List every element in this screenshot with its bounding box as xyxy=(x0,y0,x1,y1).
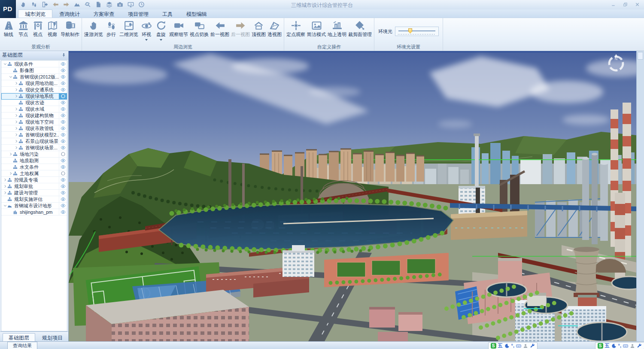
expand-icon[interactable] xyxy=(8,172,13,175)
panel-tab-base-layers[interactable]: 基础图层 xyxy=(3,333,35,341)
tree-node[interactable]: 首钢现状模型2... xyxy=(1,132,67,138)
visibility-eye-icon[interactable] xyxy=(59,119,67,125)
walk-footprints-icon[interactable] xyxy=(30,1,38,8)
visibility-partial-icon[interactable] xyxy=(59,151,67,157)
tree-node[interactable]: 规划审批 xyxy=(1,183,67,190)
zoom-inspect-icon[interactable] xyxy=(84,1,91,8)
hover-circle-button[interactable]: 盘旋 xyxy=(154,19,168,41)
visibility-eye-icon[interactable] xyxy=(59,80,67,86)
visibility-eye-icon[interactable] xyxy=(59,190,67,196)
tab-project-management[interactable]: 项目管理 xyxy=(121,9,155,18)
expand-icon[interactable] xyxy=(3,191,7,194)
tree-node[interactable]: 现状绿地系统 xyxy=(1,93,67,100)
layers-stack-icon[interactable] xyxy=(106,1,113,8)
roam-browse-button[interactable]: 漫游浏览 xyxy=(83,19,104,38)
tree-node[interactable]: 首钢城市设计地形 xyxy=(1,203,67,209)
perspective-view-button[interactable]: 透视图 xyxy=(267,19,283,38)
next-view-button[interactable]: 后一视图 xyxy=(230,19,251,38)
settings-wrench-icon[interactable] xyxy=(530,343,535,349)
cn-en-moon-icon[interactable] xyxy=(611,343,617,349)
tree-node[interactable]: 影像图 xyxy=(1,67,67,74)
2d-browse-button[interactable]: 二维浏览 xyxy=(118,19,139,38)
tree-node[interactable]: 土地权属 xyxy=(1,170,67,177)
observe-detail-button[interactable]: 观察细节 xyxy=(168,19,189,38)
tree-node[interactable]: 石景山现状场景 xyxy=(1,138,67,145)
wubi-mode[interactable]: 五 xyxy=(605,343,610,349)
viewpoint-switch-button[interactable]: 视点切换 xyxy=(189,19,210,38)
expand-icon[interactable] xyxy=(14,140,18,143)
settings-wrench-icon[interactable] xyxy=(637,343,642,349)
visibility-eye-icon[interactable] xyxy=(59,138,67,144)
expand-icon[interactable] xyxy=(3,178,7,182)
visibility-eye-icon[interactable] xyxy=(59,112,67,118)
cn-en-moon-icon[interactable] xyxy=(504,343,510,349)
tree-node[interactable]: 现状市政管线 xyxy=(1,125,67,132)
punctuation-mode[interactable]: °, xyxy=(511,343,514,349)
visibility-eye-icon[interactable] xyxy=(59,61,67,67)
visibility-eye-icon[interactable] xyxy=(59,183,67,189)
ambient-light-slider[interactable] xyxy=(395,27,439,36)
tab-model-edit[interactable]: 模型编辑 xyxy=(179,9,214,18)
minimize-icon[interactable] xyxy=(610,2,617,7)
tree-node[interactable]: 规划实施评估 xyxy=(1,196,67,203)
expand-icon[interactable] xyxy=(14,114,18,117)
soft-keyboard-icon[interactable] xyxy=(516,343,521,349)
collapse-icon[interactable] xyxy=(3,62,7,66)
close-icon[interactable] xyxy=(634,2,641,7)
back-arrow-icon[interactable] xyxy=(52,1,59,8)
visibility-eye-icon[interactable] xyxy=(59,74,67,80)
account-icon[interactable] xyxy=(630,343,635,349)
wubi-mode[interactable]: 五 xyxy=(498,343,503,349)
visibility-eye-icon[interactable] xyxy=(59,209,67,215)
visibility-partial-icon[interactable] xyxy=(59,170,67,176)
sogou-logo-icon[interactable]: S xyxy=(491,343,496,349)
tree-node[interactable]: 水文条件 xyxy=(1,164,67,170)
visibility-eye-icon[interactable] xyxy=(59,145,67,151)
simple-mode-button[interactable]: 简洁模式 xyxy=(306,19,327,38)
tree-node[interactable]: 建设与管理 xyxy=(1,190,67,196)
document-icon[interactable] xyxy=(95,1,102,8)
expand-icon[interactable] xyxy=(14,88,18,91)
axis-button[interactable]: 轴线 xyxy=(1,19,16,38)
tab-query-statistics[interactable]: 查询统计 xyxy=(52,9,87,18)
viewpoint-button[interactable]: 视点 xyxy=(30,19,45,38)
collapse-icon[interactable] xyxy=(3,204,7,207)
collapse-icon[interactable] xyxy=(8,75,13,79)
tree-node[interactable]: 地质勘测 xyxy=(1,158,67,164)
expand-icon[interactable] xyxy=(14,133,18,137)
tree-node[interactable]: 场地污染 xyxy=(1,151,67,158)
tab-city-browse[interactable]: 城市浏览 xyxy=(18,9,52,18)
compass[interactable]: N xyxy=(606,54,626,73)
sogou-logo-icon[interactable]: S xyxy=(598,343,603,349)
expand-icon[interactable] xyxy=(14,94,18,98)
pin-icon[interactable] xyxy=(61,53,66,58)
visibility-eye-icon[interactable] xyxy=(59,196,67,202)
navigation-making-button[interactable]: 导航制作 xyxy=(60,19,80,38)
navigate-exit-icon[interactable] xyxy=(41,1,49,8)
expand-icon[interactable] xyxy=(14,82,18,85)
forward-arrow-icon[interactable] xyxy=(63,1,70,8)
viewport-scrollbar[interactable] xyxy=(636,51,644,341)
restore-icon[interactable] xyxy=(622,2,629,7)
tree-node[interactable]: 现状建构筑物 xyxy=(1,112,67,119)
visibility-eye-icon[interactable] xyxy=(59,125,67,131)
tree-node[interactable]: 现状地下空间 xyxy=(1,119,67,125)
chevron-down-icon[interactable] xyxy=(145,39,148,41)
visibility-eye-icon[interactable] xyxy=(59,158,67,164)
expand-icon[interactable] xyxy=(14,120,18,124)
visibility-eye-icon[interactable] xyxy=(59,106,67,112)
account-icon[interactable] xyxy=(523,343,528,349)
punctuation-mode[interactable]: °, xyxy=(618,343,621,349)
expand-icon[interactable] xyxy=(14,146,18,149)
fixed-point-observe-button[interactable]: 定点观察 xyxy=(286,19,306,38)
node-button[interactable]: 节点 xyxy=(16,19,30,38)
panel-tab-planning-projects[interactable]: 规划项目 xyxy=(36,333,69,341)
visibility-eye-icon[interactable] xyxy=(59,203,67,209)
tab-plan-review[interactable]: 方案审查 xyxy=(87,9,121,18)
visibility-eye-icon[interactable] xyxy=(59,67,67,73)
visibility-eye-icon[interactable] xyxy=(59,132,67,138)
tree-node[interactable]: 现状用地功能... xyxy=(1,80,67,87)
viewport-3d[interactable]: N xyxy=(69,51,636,341)
expand-icon[interactable] xyxy=(8,152,13,156)
expand-icon[interactable] xyxy=(14,127,18,130)
